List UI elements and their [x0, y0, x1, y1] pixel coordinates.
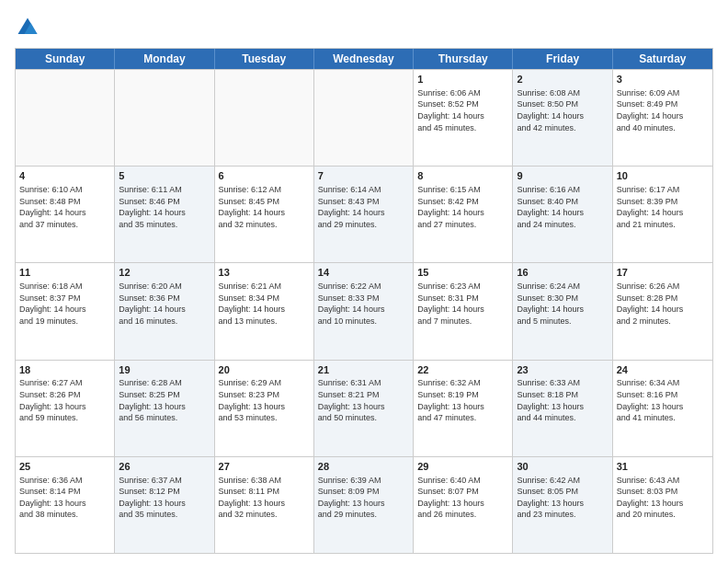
cell-info-25: Sunrise: 6:36 AM Sunset: 8:14 PM Dayligh… [19, 475, 110, 521]
calendar-cell-8: 8Sunrise: 6:15 AM Sunset: 8:42 PM Daylig… [414, 167, 513, 262]
calendar-cell-26: 26Sunrise: 6:37 AM Sunset: 8:12 PM Dayli… [115, 457, 214, 553]
cell-info-2: Sunrise: 6:08 AM Sunset: 8:50 PM Dayligh… [517, 87, 608, 133]
day-number-31: 31 [617, 460, 709, 474]
header-saturday: Saturday [613, 49, 712, 69]
calendar-cell-29: 29Sunrise: 6:40 AM Sunset: 8:07 PM Dayli… [414, 457, 513, 553]
header-tuesday: Tuesday [215, 49, 314, 69]
page: SundayMondayTuesdayWednesdayThursdayFrid… [0, 0, 728, 563]
day-number-6: 6 [219, 169, 310, 183]
calendar-cell-13: 13Sunrise: 6:21 AM Sunset: 8:34 PM Dayli… [215, 263, 314, 359]
day-number-7: 7 [318, 169, 409, 183]
day-number-12: 12 [119, 266, 210, 280]
calendar-row-2: 11Sunrise: 6:18 AM Sunset: 8:37 PM Dayli… [16, 262, 712, 359]
day-number-22: 22 [417, 363, 508, 377]
calendar-cell-10: 10Sunrise: 6:17 AM Sunset: 8:39 PM Dayli… [613, 167, 712, 262]
calendar-cell-empty-0-3 [314, 70, 414, 166]
calendar-cell-5: 5Sunrise: 6:11 AM Sunset: 8:46 PM Daylig… [115, 167, 214, 262]
cell-info-23: Sunrise: 6:33 AM Sunset: 8:18 PM Dayligh… [517, 377, 608, 423]
day-number-10: 10 [617, 169, 709, 183]
calendar-cell-empty-0-1 [115, 70, 214, 166]
calendar-row-0: 1Sunrise: 6:06 AM Sunset: 8:52 PM Daylig… [16, 69, 712, 166]
cell-info-19: Sunrise: 6:28 AM Sunset: 8:25 PM Dayligh… [119, 377, 210, 423]
calendar-cell-15: 15Sunrise: 6:23 AM Sunset: 8:31 PM Dayli… [414, 263, 513, 359]
header-thursday: Thursday [414, 49, 513, 69]
day-number-24: 24 [617, 363, 709, 377]
day-number-28: 28 [318, 460, 409, 474]
calendar-cell-6: 6Sunrise: 6:12 AM Sunset: 8:45 PM Daylig… [215, 167, 314, 262]
cell-info-26: Sunrise: 6:37 AM Sunset: 8:12 PM Dayligh… [119, 475, 210, 521]
calendar-cell-19: 19Sunrise: 6:28 AM Sunset: 8:25 PM Dayli… [115, 361, 214, 456]
cell-info-20: Sunrise: 6:29 AM Sunset: 8:23 PM Dayligh… [219, 377, 310, 423]
calendar-cell-12: 12Sunrise: 6:20 AM Sunset: 8:36 PM Dayli… [115, 263, 214, 359]
day-number-13: 13 [219, 266, 310, 280]
calendar-cell-7: 7Sunrise: 6:14 AM Sunset: 8:43 PM Daylig… [314, 167, 414, 262]
calendar-cell-17: 17Sunrise: 6:26 AM Sunset: 8:28 PM Dayli… [613, 263, 712, 359]
cell-info-31: Sunrise: 6:43 AM Sunset: 8:03 PM Dayligh… [617, 475, 709, 521]
day-number-14: 14 [318, 266, 409, 280]
header [15, 15, 713, 40]
day-number-26: 26 [119, 460, 210, 474]
calendar-row-3: 18Sunrise: 6:27 AM Sunset: 8:26 PM Dayli… [16, 360, 712, 456]
calendar-cell-23: 23Sunrise: 6:33 AM Sunset: 8:18 PM Dayli… [513, 361, 612, 456]
day-number-2: 2 [517, 73, 608, 86]
calendar-cell-28: 28Sunrise: 6:39 AM Sunset: 8:09 PM Dayli… [314, 457, 414, 553]
day-number-4: 4 [19, 169, 110, 183]
header-sunday: Sunday [16, 49, 115, 69]
calendar-cell-11: 11Sunrise: 6:18 AM Sunset: 8:37 PM Dayli… [16, 263, 115, 359]
cell-info-8: Sunrise: 6:15 AM Sunset: 8:42 PM Dayligh… [417, 184, 508, 230]
day-number-11: 11 [19, 266, 110, 280]
cell-info-13: Sunrise: 6:21 AM Sunset: 8:34 PM Dayligh… [219, 281, 310, 327]
calendar-cell-31: 31Sunrise: 6:43 AM Sunset: 8:03 PM Dayli… [613, 457, 712, 553]
day-number-15: 15 [417, 266, 508, 280]
logo-icon [15, 15, 40, 40]
day-number-21: 21 [318, 363, 409, 377]
calendar-header: SundayMondayTuesdayWednesdayThursdayFrid… [16, 49, 712, 69]
calendar: SundayMondayTuesdayWednesdayThursdayFrid… [15, 48, 713, 554]
cell-info-21: Sunrise: 6:31 AM Sunset: 8:21 PM Dayligh… [318, 377, 409, 423]
calendar-cell-27: 27Sunrise: 6:38 AM Sunset: 8:11 PM Dayli… [215, 457, 314, 553]
cell-info-12: Sunrise: 6:20 AM Sunset: 8:36 PM Dayligh… [119, 281, 210, 327]
day-number-18: 18 [19, 363, 110, 377]
cell-info-3: Sunrise: 6:09 AM Sunset: 8:49 PM Dayligh… [617, 87, 709, 133]
calendar-cell-9: 9Sunrise: 6:16 AM Sunset: 8:40 PM Daylig… [513, 167, 612, 262]
logo [15, 15, 44, 40]
cell-info-29: Sunrise: 6:40 AM Sunset: 8:07 PM Dayligh… [417, 475, 508, 521]
day-number-16: 16 [517, 266, 608, 280]
day-number-30: 30 [517, 460, 608, 474]
cell-info-27: Sunrise: 6:38 AM Sunset: 8:11 PM Dayligh… [219, 475, 310, 521]
cell-info-10: Sunrise: 6:17 AM Sunset: 8:39 PM Dayligh… [617, 184, 709, 230]
cell-info-7: Sunrise: 6:14 AM Sunset: 8:43 PM Dayligh… [318, 184, 409, 230]
cell-info-6: Sunrise: 6:12 AM Sunset: 8:45 PM Dayligh… [219, 184, 310, 230]
cell-info-9: Sunrise: 6:16 AM Sunset: 8:40 PM Dayligh… [517, 184, 608, 230]
day-number-9: 9 [517, 169, 608, 183]
cell-info-16: Sunrise: 6:24 AM Sunset: 8:30 PM Dayligh… [517, 281, 608, 327]
calendar-cell-20: 20Sunrise: 6:29 AM Sunset: 8:23 PM Dayli… [215, 361, 314, 456]
calendar-cell-1: 1Sunrise: 6:06 AM Sunset: 8:52 PM Daylig… [414, 70, 513, 166]
day-number-1: 1 [417, 73, 508, 86]
day-number-25: 25 [19, 460, 110, 474]
cell-info-14: Sunrise: 6:22 AM Sunset: 8:33 PM Dayligh… [318, 281, 409, 327]
day-number-3: 3 [617, 73, 709, 86]
calendar-row-4: 25Sunrise: 6:36 AM Sunset: 8:14 PM Dayli… [16, 456, 712, 553]
day-number-19: 19 [119, 363, 210, 377]
cell-info-17: Sunrise: 6:26 AM Sunset: 8:28 PM Dayligh… [617, 281, 709, 327]
cell-info-30: Sunrise: 6:42 AM Sunset: 8:05 PM Dayligh… [517, 475, 608, 521]
calendar-cell-21: 21Sunrise: 6:31 AM Sunset: 8:21 PM Dayli… [314, 361, 414, 456]
day-number-5: 5 [119, 169, 210, 183]
calendar-cell-30: 30Sunrise: 6:42 AM Sunset: 8:05 PM Dayli… [513, 457, 612, 553]
header-friday: Friday [513, 49, 612, 69]
day-number-8: 8 [417, 169, 508, 183]
day-number-29: 29 [417, 460, 508, 474]
header-monday: Monday [115, 49, 214, 69]
cell-info-22: Sunrise: 6:32 AM Sunset: 8:19 PM Dayligh… [417, 377, 508, 423]
calendar-cell-3: 3Sunrise: 6:09 AM Sunset: 8:49 PM Daylig… [613, 70, 712, 166]
cell-info-4: Sunrise: 6:10 AM Sunset: 8:48 PM Dayligh… [19, 184, 110, 230]
calendar-cell-2: 2Sunrise: 6:08 AM Sunset: 8:50 PM Daylig… [513, 70, 612, 166]
cell-info-11: Sunrise: 6:18 AM Sunset: 8:37 PM Dayligh… [19, 281, 110, 327]
cell-info-5: Sunrise: 6:11 AM Sunset: 8:46 PM Dayligh… [119, 184, 210, 230]
calendar-cell-14: 14Sunrise: 6:22 AM Sunset: 8:33 PM Dayli… [314, 263, 414, 359]
calendar-row-1: 4Sunrise: 6:10 AM Sunset: 8:48 PM Daylig… [16, 166, 712, 262]
header-wednesday: Wednesday [314, 49, 414, 69]
calendar-cell-22: 22Sunrise: 6:32 AM Sunset: 8:19 PM Dayli… [414, 361, 513, 456]
day-number-20: 20 [219, 363, 310, 377]
